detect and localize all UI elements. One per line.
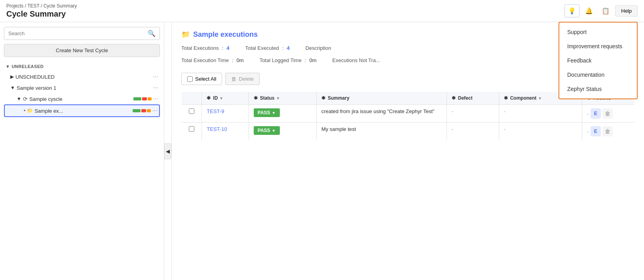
total-exec-time-label: Total Execution Time (181, 57, 229, 63)
row1-checkbox-cell (182, 105, 202, 123)
search-bar[interactable]: 🔍 (4, 27, 160, 40)
tree-arrow-down-icon-2: ▼ (17, 96, 21, 102)
status-red (142, 97, 147, 100)
description-label: Description (306, 45, 331, 51)
bell-icon: 🔔 (585, 7, 593, 15)
tree-arrow-icon: ▶ (10, 74, 14, 79)
total-logged-time-label: Total Logged Time (260, 57, 302, 63)
row1-defect-cell: - (447, 105, 499, 123)
chevron-down-icon-row2[interactable]: ▼ (272, 129, 276, 133)
cycle-icon: ⟳ (23, 96, 28, 102)
th-id[interactable]: ✱ ID ▼ (202, 92, 249, 105)
row2-edit-button[interactable]: E (591, 126, 601, 136)
chevron-down-icon: ▼ (6, 64, 10, 69)
search-icon: 🔍 (148, 30, 156, 37)
stat-total-executions: Total Executions : 4 (181, 45, 230, 51)
row1-summary-text: created from jira issue using "Create Ze… (321, 108, 435, 114)
sidebar-item-sample-cycle[interactable]: ▼ ⟳ Sample cyscle ··· (4, 93, 160, 104)
th-summary[interactable]: ✱ Summary (316, 92, 446, 105)
row2-actions-cell: - E 🗑 (582, 123, 635, 140)
row2-test-id-link[interactable]: TEST-10 (207, 126, 227, 132)
row1-summary-cell: created from jira issue using "Create Ze… (316, 105, 446, 123)
row2-summary-text: My sample test (321, 126, 356, 132)
select-all-label: Select All (195, 76, 216, 82)
row1-delete-button[interactable]: 🗑 (602, 108, 613, 119)
cycle-status-bar (133, 97, 152, 100)
doc-button[interactable]: 📋 (598, 5, 613, 17)
stat-total-logged-time: Total Logged Time : 0m (260, 57, 317, 63)
dropdown-documentation[interactable]: Documentation (559, 68, 637, 82)
total-exec-label: Total Executions (181, 45, 219, 51)
th-defect[interactable]: ✱ Defect (447, 92, 499, 105)
status-orange (148, 97, 152, 100)
row2-summary-cell: My sample test (316, 123, 446, 140)
delete-label: Delete (239, 76, 254, 82)
sample-exec-menu-icon[interactable]: ··· (152, 107, 158, 114)
breadcrumb-projects[interactable]: Projects (6, 3, 23, 9)
sidebar-group-unreleased[interactable]: ▼ UNRELEASED (4, 62, 160, 71)
row1-status-cell: PASS ▼ (249, 105, 316, 123)
app-header: Projects / TEST / Cycle Summary Cycle Su… (0, 0, 644, 22)
table-row: TEST-10 PASS ▼ My sample test - (182, 123, 635, 140)
row1-actions-dash: - (587, 111, 589, 117)
row1-checkbox[interactable] (189, 108, 194, 114)
help-button[interactable]: Help (615, 5, 638, 17)
sample-version-label: Sample version 1 (17, 85, 153, 91)
row1-id-cell: TEST-9 (202, 105, 249, 123)
bell-button[interactable]: 🔔 (582, 5, 596, 17)
th-status[interactable]: ✱ Status ▼ (249, 92, 316, 105)
search-input[interactable] (8, 30, 148, 36)
stat-total-exec-time: Total Execution Time : 0m (181, 57, 244, 63)
sample-exec-label: Sample ex... (34, 108, 131, 114)
row1-actions: - E 🗑 (587, 108, 629, 119)
sample-cycle-menu-icon[interactable]: ··· (153, 95, 158, 102)
sort-icon-id: ▼ (219, 96, 223, 100)
select-all-checkbox[interactable] (187, 76, 193, 82)
row1-component-cell: - (499, 105, 582, 123)
sidebar-item-unscheduled[interactable]: ▶ UNSCHEDULED ··· (4, 71, 160, 82)
col-id-label: ID (213, 95, 218, 101)
sort-icon-status: ▼ (276, 96, 280, 100)
exec-status-bar (133, 109, 151, 112)
dropdown-zephyr-status[interactable]: Zephyr Status (559, 82, 637, 96)
row2-id-cell: TEST-10 (202, 123, 249, 140)
select-all-button[interactable]: Select All (181, 73, 222, 85)
chevron-down-icon-row1[interactable]: ▼ (272, 111, 276, 115)
row1-test-id-link[interactable]: TEST-9 (207, 108, 224, 114)
dropdown-support[interactable]: Support (559, 25, 637, 39)
main-content: 🔍 Create New Test Cycle ▼ UNRELEASED ▶ U… (0, 22, 644, 280)
collapse-icon[interactable]: ◀ (164, 143, 171, 159)
sidebar-collapse[interactable]: ◀ (164, 22, 172, 280)
row2-delete-button[interactable]: 🗑 (602, 126, 613, 136)
bullet-icon: • (24, 108, 25, 114)
row2-checkbox[interactable] (189, 126, 194, 132)
delete-button[interactable]: 🗑 Delete (225, 73, 260, 85)
dropdown-improvement[interactable]: Improvement requests (559, 39, 637, 53)
sidebar-item-sample-version[interactable]: ▼ Sample version 1 ··· (4, 82, 160, 93)
doc-icon: 📋 (602, 7, 610, 15)
sidebar: 🔍 Create New Test Cycle ▼ UNRELEASED ▶ U… (0, 22, 164, 280)
lightbulb-icon: 💡 (568, 7, 576, 15)
row1-component-text: - (504, 108, 505, 114)
breadcrumb-test[interactable]: TEST (27, 3, 39, 9)
row2-checkbox-cell (182, 123, 202, 140)
total-exec-value: 4 (226, 45, 229, 51)
dropdown-feedback[interactable]: Feedback (559, 53, 637, 68)
stat-total-executed: Total Executed : 4 (245, 45, 290, 51)
breadcrumb: Projects / TEST / Cycle Summary (6, 3, 77, 9)
asterisk-summary: ✱ (321, 95, 325, 101)
unscheduled-menu-icon[interactable]: ··· (153, 73, 158, 80)
folder-icon-large: 📁 (181, 30, 190, 39)
total-logged-time-value: 0m (310, 57, 317, 63)
sample-version-menu-icon[interactable]: ··· (153, 84, 158, 91)
sidebar-item-sample-exec[interactable]: • 📁 Sample ex... ··· (4, 104, 160, 117)
sample-cycle-label: Sample cyscle (29, 96, 132, 102)
asterisk-component: ✱ (504, 95, 508, 101)
row2-defect-cell: - (447, 123, 499, 140)
row1-status-badge: PASS ▼ (254, 108, 280, 117)
stat-description: Description (306, 45, 331, 51)
create-test-cycle-button[interactable]: Create New Test Cycle (4, 44, 160, 57)
lightbulb-button[interactable]: 💡 (564, 4, 579, 17)
row1-edit-button[interactable]: E (591, 108, 601, 119)
exec-status-green (133, 109, 141, 112)
